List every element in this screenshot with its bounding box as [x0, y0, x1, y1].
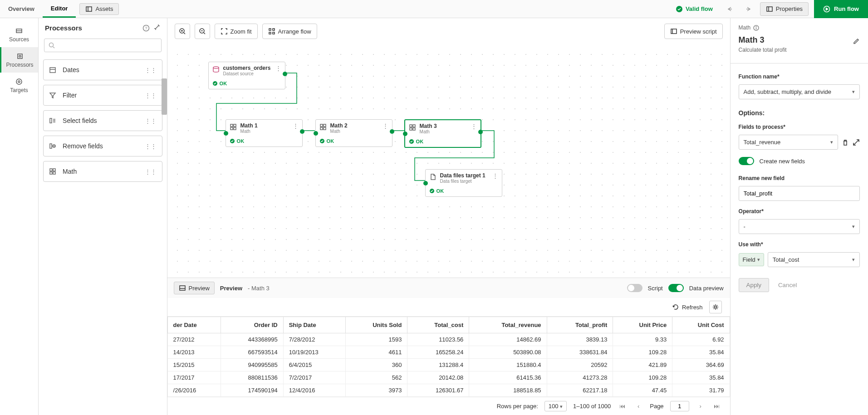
column-header[interactable]: der Date [167, 317, 221, 333]
last-page-button[interactable]: ⏭ [712, 401, 722, 411]
run-flow-label: Run flow [834, 5, 859, 12]
svg-rect-23 [53, 169, 55, 171]
run-flow-button[interactable]: Run flow [814, 0, 868, 18]
processor-item-filter[interactable]: Filter ⋮⋮ [43, 85, 162, 106]
arrange-flow-button[interactable]: Arrange flow [262, 24, 317, 39]
table-settings-button[interactable] [709, 301, 722, 313]
tab-editor[interactable]: Editor [43, 0, 76, 18]
node-math-3[interactable]: Math 3Math ⋮ OK [404, 119, 481, 148]
use-with-value-select[interactable]: Total_cost▾ [768, 252, 860, 267]
node-math-2[interactable]: Math 2Math ⋮ OK [315, 119, 392, 147]
math-icon [319, 123, 327, 131]
page-input[interactable] [670, 401, 689, 411]
svg-rect-59 [180, 286, 185, 290]
info-icon[interactable] [753, 25, 759, 31]
table-cell: 880811536 [221, 371, 283, 384]
column-header[interactable]: Ship Date [283, 317, 345, 333]
left-tab-processors[interactable]: Processors [0, 47, 38, 73]
collapse-panel-icon[interactable] [153, 24, 161, 32]
processor-item-dates[interactable]: Dates ⋮⋮ [43, 59, 162, 80]
table-row[interactable]: 15/20159409955856/4/2015360131288.415188… [167, 359, 730, 371]
drag-handle-icon[interactable]: ⋮⋮ [145, 143, 157, 150]
table-row[interactable]: 27/20124433689957/28/2012159311023.56148… [167, 333, 730, 346]
table-row[interactable]: 14/201366759351410/19/20134611165258.245… [167, 346, 730, 359]
preview-script-button[interactable]: Preview script [664, 24, 723, 39]
processor-list: Dates ⋮⋮ Filter ⋮⋮ Select fields ⋮⋮ Remo… [39, 57, 167, 415]
fields-to-process-select[interactable]: Total_revenue▾ [739, 135, 838, 150]
table-cell: 174590194 [221, 384, 283, 397]
svg-rect-22 [50, 169, 52, 171]
first-page-button[interactable]: ⏮ [617, 401, 627, 411]
column-header[interactable]: Total_revenue [469, 317, 547, 333]
next-page-button[interactable]: › [696, 401, 706, 411]
create-new-fields-toggle[interactable] [739, 157, 754, 165]
help-icon[interactable]: ? [142, 24, 150, 32]
node-menu-icon[interactable]: ⋮ [471, 123, 477, 130]
function-name-select[interactable]: Add, subtract, multiply, and divide▾ [739, 84, 860, 99]
rename-new-field-input[interactable] [739, 186, 860, 201]
properties-button[interactable]: Properties [760, 2, 809, 16]
table-row[interactable]: 17/20178808115367/2/201756220142.0861415… [167, 371, 730, 384]
processor-item-select-fields[interactable]: Select fields ⋮⋮ [43, 110, 162, 131]
edit-icon[interactable] [853, 37, 860, 44]
assets-button[interactable]: Assets [79, 3, 119, 15]
processor-search-input[interactable] [58, 42, 157, 49]
redo-button[interactable] [742, 3, 755, 15]
column-header[interactable]: Total_cost [407, 317, 469, 333]
processor-scrollbar[interactable] [162, 57, 167, 415]
zoom-fit-button[interactable]: Zoom fit [215, 24, 258, 39]
assets-icon [85, 5, 93, 13]
chevron-down-icon: ▾ [830, 139, 833, 145]
column-header[interactable]: Total_profit [547, 317, 613, 333]
processor-item-math[interactable]: Math ⋮⋮ [43, 161, 162, 182]
panel-icon [766, 5, 773, 13]
node-menu-icon[interactable]: ⋮ [293, 122, 299, 129]
svg-rect-53 [410, 125, 412, 127]
column-header[interactable]: Order ID [221, 317, 283, 333]
node-menu-icon[interactable]: ⋮ [383, 122, 388, 129]
column-header[interactable]: Unit Cost [672, 317, 730, 333]
rows-per-page-select[interactable]: 100 ▾ [544, 401, 567, 411]
processor-item-remove-fields[interactable]: Remove fields ⋮⋮ [43, 136, 162, 156]
script-icon [670, 28, 677, 35]
operator-select[interactable]: -▾ [739, 219, 860, 234]
processor-search[interactable] [44, 39, 162, 52]
operator-label: Operator* [739, 208, 860, 215]
data-preview-toggle[interactable] [668, 284, 684, 292]
table-cell: 10/19/2013 [283, 346, 345, 359]
table-cell: 940995585 [221, 359, 283, 371]
refresh-button[interactable]: Refresh [672, 303, 703, 311]
svg-rect-50 [320, 127, 323, 130]
node-dataset-source[interactable]: customers_orders Dataset source ⋮ OK [208, 62, 285, 89]
create-new-fields-label: Create new fields [760, 158, 805, 165]
column-header[interactable]: Units Sold [346, 317, 407, 333]
data-table-scroll[interactable]: der DateOrder IDShip DateUnits SoldTotal… [167, 316, 730, 397]
node-menu-icon[interactable]: ⋮ [492, 172, 498, 179]
left-tab-sources[interactable]: Sources [0, 22, 38, 47]
undo-button[interactable] [724, 3, 736, 15]
node-data-files-target[interactable]: Data files target 1Data files target ⋮ O… [425, 169, 502, 197]
drag-handle-icon[interactable]: ⋮⋮ [145, 117, 157, 124]
tab-overview[interactable]: Overview [0, 0, 43, 18]
script-toggle[interactable] [627, 284, 642, 292]
preview-button[interactable]: Preview [174, 282, 215, 294]
zoom-in-button[interactable] [175, 24, 190, 39]
drag-handle-icon[interactable]: ⋮⋮ [145, 67, 157, 73]
node-menu-icon[interactable]: ⋮ [275, 65, 281, 72]
check-circle-icon [409, 139, 414, 144]
drag-handle-icon[interactable]: ⋮⋮ [145, 92, 157, 99]
use-with-type-select[interactable]: Field ▾ [739, 253, 764, 266]
table-row[interactable]: /26/201617459019412/4/20163973126301.671… [167, 384, 730, 397]
flow-canvas[interactable]: customers_orders Dataset source ⋮ OK Mat… [167, 44, 730, 278]
node-math-1[interactable]: Math 1Math ⋮ OK [226, 119, 303, 147]
left-tab-targets[interactable]: Targets [0, 73, 38, 98]
table-cell: 6.92 [672, 333, 730, 346]
prev-page-button[interactable]: ‹ [633, 401, 643, 411]
drag-handle-icon[interactable]: ⋮⋮ [145, 168, 157, 175]
zoom-out-button[interactable] [195, 24, 210, 39]
trash-icon[interactable] [842, 139, 849, 146]
cancel-button[interactable]: Cancel [776, 278, 799, 292]
column-header[interactable]: Unit Price [613, 317, 672, 333]
expand-icon[interactable] [853, 139, 860, 146]
apply-button[interactable]: Apply [739, 278, 769, 292]
